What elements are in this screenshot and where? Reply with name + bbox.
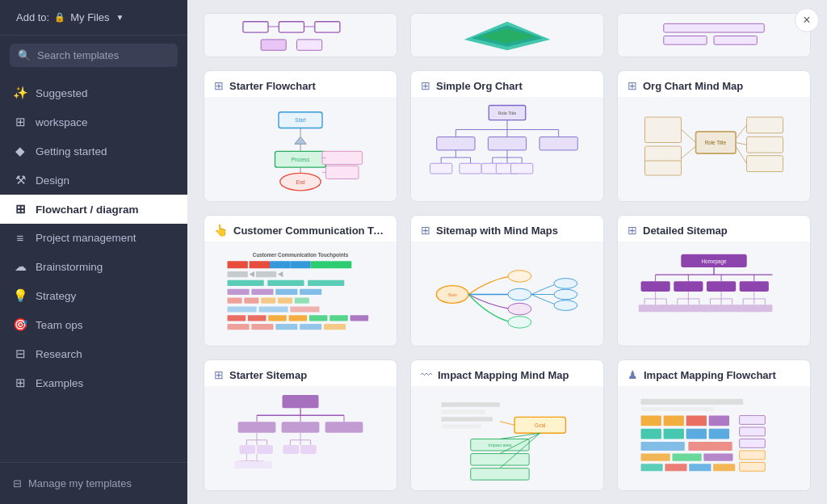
sidebar-item-project-management[interactable]: ≡Project management	[0, 224, 187, 252]
svg-rect-78	[228, 289, 250, 295]
close-button[interactable]: ×	[795, 8, 819, 32]
svg-rect-24	[326, 166, 359, 178]
svg-rect-89	[290, 306, 319, 312]
svg-rect-65	[228, 261, 248, 268]
card-title: Starter Sitemap	[229, 369, 307, 381]
template-card-starter-sitemap[interactable]: ⊞ Starter Sitemap	[204, 359, 397, 491]
svg-rect-2	[315, 22, 340, 32]
template-card-impact-mapping-flowchart[interactable]: ♟ Impact Mapping Flowchart	[617, 359, 811, 491]
svg-rect-208	[686, 428, 707, 439]
lock-icon: 🔒	[54, 12, 65, 23]
svg-rect-60	[747, 155, 783, 171]
template-card-customer-communication[interactable]: 👆 Customer Communication Touch… Customer…	[204, 215, 397, 346]
nav-icon-examples: ⊞	[13, 376, 27, 390]
svg-rect-11	[664, 36, 707, 45]
card-title: Starter Flowchart	[229, 80, 316, 92]
sidebar-item-workspace[interactable]: ⊞workspace	[0, 107, 187, 136]
search-input[interactable]	[37, 49, 170, 61]
template-card-partial-1[interactable]	[204, 13, 397, 57]
card-preview: Role Title	[618, 97, 810, 202]
svg-rect-0	[243, 22, 268, 32]
card-header: ⊞ Detailed Sitemap	[618, 216, 810, 242]
svg-rect-67	[270, 261, 290, 268]
svg-rect-215	[641, 442, 685, 451]
svg-rect-86	[295, 298, 309, 304]
sidebar-nav: ✨Suggested⊞workspace◆Getting started⚒Des…	[0, 75, 187, 462]
sidebar-item-flowchart[interactable]: ⊞Flowchart / diagram	[0, 195, 187, 224]
add-to-label: Add to:	[16, 11, 49, 23]
svg-rect-75	[228, 280, 264, 286]
svg-rect-42	[460, 163, 481, 174]
nav-label-research: Research	[36, 348, 82, 360]
sidebar-item-suggested[interactable]: ✨Suggested	[0, 78, 187, 107]
card-title: Customer Communication Touch…	[233, 225, 387, 237]
sidebar-item-getting-started[interactable]: ◆Getting started	[0, 136, 187, 166]
svg-line-61	[736, 124, 747, 138]
svg-rect-155	[283, 395, 319, 408]
template-card-detailed-sitemap[interactable]: ⊞ Detailed Sitemap Homepage	[617, 215, 811, 346]
sidebar-item-examples[interactable]: ⊞Examples	[0, 368, 187, 397]
template-card-starter-flowchart[interactable]: ⊞ Starter Flowchart Start Process End	[204, 70, 397, 202]
sidebar-item-design[interactable]: ⚒Design	[0, 166, 187, 195]
starter-sitemap-icon: ⊞	[214, 368, 224, 381]
svg-rect-99	[275, 324, 297, 330]
svg-text:Customer Communication Touchpo: Customer Communication Touchpoints	[253, 252, 349, 258]
template-card-impact-mapping-mind-map[interactable]: 〰 Impact Mapping Mind Map Goal Impact ar…	[410, 359, 604, 491]
card-preview: Start Process End	[204, 97, 397, 202]
sidebar-item-strategy[interactable]: 💡Strategy	[0, 281, 187, 310]
sidebar-item-research[interactable]: ⊟Research	[0, 339, 187, 368]
template-card-org-chart-mind-map[interactable]: ⊞ Org Chart Mind Map Role Title	[617, 70, 811, 202]
card-header: ⊞ Starter Sitemap	[204, 360, 397, 386]
template-card-partial-2[interactable]	[410, 13, 604, 57]
svg-rect-200	[641, 398, 744, 404]
svg-rect-203	[664, 415, 684, 426]
card-title: Sitemap with Mind Maps	[436, 225, 558, 237]
svg-rect-184	[245, 461, 258, 468]
svg-rect-5	[261, 40, 286, 50]
org-chart-icon: ⊞	[421, 79, 430, 92]
mind-map-icon: ⊞	[628, 79, 637, 92]
nav-icon-project-management: ≡	[13, 231, 27, 245]
impact-mind-map-icon: 〰	[421, 368, 432, 381]
svg-rect-211	[740, 427, 766, 436]
card-header: 👆 Customer Communication Touch…	[204, 216, 397, 242]
card-header: ⊞ Starter Flowchart	[204, 71, 397, 97]
svg-rect-73	[256, 271, 276, 277]
svg-rect-41	[430, 163, 452, 174]
svg-rect-162	[282, 422, 320, 433]
svg-rect-35	[488, 137, 526, 150]
sidebar-item-brainstorming[interactable]: ☁Brainstorming	[0, 252, 187, 281]
svg-rect-66	[250, 261, 270, 268]
card-header: ♟ Impact Mapping Flowchart	[618, 360, 810, 386]
sidebar-item-team-ops[interactable]: 🎯Team ops	[0, 310, 187, 339]
svg-rect-177	[300, 445, 317, 454]
card-preview	[204, 386, 397, 491]
svg-text:End: End	[296, 178, 305, 184]
template-card-sitemap-mind-maps[interactable]: ⊞ Sitemap with Mind Maps Start	[410, 215, 604, 346]
sidebar: Add to: 🔒 My Files ▼ 🔍 ✨Suggested⊞worksp…	[0, 0, 187, 504]
card-preview: Role Title	[411, 97, 603, 202]
svg-rect-154	[759, 304, 772, 312]
svg-rect-204	[686, 415, 707, 426]
add-to-button[interactable]: Add to: 🔒 My Files ▼	[11, 8, 129, 27]
svg-rect-213	[740, 450, 766, 459]
svg-rect-91	[248, 315, 267, 321]
svg-rect-210	[740, 415, 766, 424]
nav-icon-getting-started: ◆	[13, 144, 27, 158]
sidebar-header: Add to: 🔒 My Files ▼	[0, 0, 187, 36]
manage-templates-button[interactable]: ⊟ Manage my templates	[13, 472, 132, 494]
svg-rect-187	[442, 410, 485, 414]
search-icon: 🔍	[18, 49, 31, 61]
svg-text:Homepage: Homepage	[702, 258, 727, 264]
svg-rect-88	[258, 306, 288, 312]
svg-rect-195	[471, 453, 529, 464]
svg-rect-207	[664, 428, 684, 439]
card-title: Detailed Sitemap	[643, 225, 728, 237]
template-grid: ⊞ Starter Flowchart Start Process End	[187, 0, 827, 504]
template-card-partial-3[interactable]	[617, 13, 811, 57]
svg-point-106	[508, 303, 531, 314]
svg-line-62	[736, 142, 747, 145]
template-card-simple-org-chart[interactable]: ⊞ Simple Org Chart Role Title	[410, 70, 604, 202]
svg-rect-188	[442, 417, 493, 421]
card-title: Impact Mapping Flowchart	[644, 369, 776, 381]
